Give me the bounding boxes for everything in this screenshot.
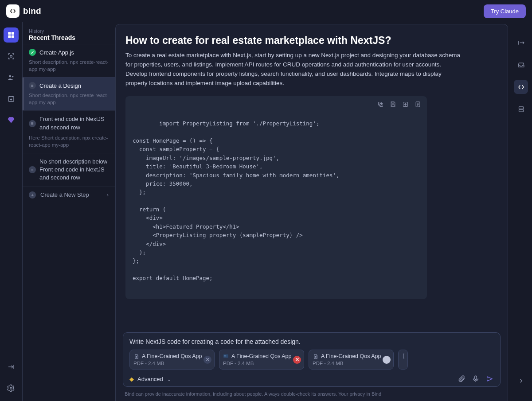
thread-item[interactable]: Front end code in NextJS and second rowH… bbox=[23, 110, 115, 153]
rail-expand-icon[interactable] bbox=[4, 359, 19, 374]
topbar: bind Try Claude bbox=[0, 0, 532, 22]
brand-name: bind bbox=[23, 6, 41, 16]
right-rail bbox=[510, 22, 532, 401]
sidebar-kicker: History bbox=[29, 28, 109, 34]
thread-title-row: Front end code in NextJS and second row bbox=[29, 115, 109, 131]
attachment-chip[interactable]: A Fine-Grained Qos App...PDF•2.4 MB✕ bbox=[219, 350, 304, 370]
thread-desc: Here Short description. npx create-react… bbox=[29, 134, 109, 148]
page-title: How to create for real estate marketplac… bbox=[125, 34, 498, 47]
thread-title-row: Create a Design bbox=[29, 82, 109, 89]
rail-dashboard-icon[interactable] bbox=[4, 27, 19, 43]
chevron-right-icon[interactable] bbox=[514, 374, 528, 388]
diamond-icon: ◆ bbox=[129, 376, 134, 382]
svg-point-6 bbox=[12, 76, 13, 77]
advanced-toggle[interactable]: ◆ Advanced ⌄ bbox=[129, 376, 172, 382]
advanced-label: Advanced bbox=[137, 376, 163, 382]
composer: Write NextJS code for creating a code fo… bbox=[123, 332, 501, 387]
send-button[interactable] bbox=[486, 375, 494, 383]
chip-remove-button[interactable]: ✕ bbox=[293, 356, 301, 364]
mic-icon[interactable] bbox=[472, 375, 480, 383]
note-icon[interactable] bbox=[414, 101, 422, 109]
thread-title: Create a Design bbox=[39, 82, 81, 89]
chip-sub: PDF•2.4 MB bbox=[223, 361, 291, 366]
thread-title: No short description below Front end cod… bbox=[39, 158, 109, 182]
attachment-row: A Fine-Grained Qos Appr ...PDF•2.4 MB✕A … bbox=[129, 350, 494, 370]
left-rail bbox=[0, 22, 22, 401]
send-row bbox=[458, 375, 494, 383]
brand: bind bbox=[6, 4, 41, 18]
sidebar-header: History Recent Threads bbox=[23, 28, 115, 44]
svg-rect-2 bbox=[8, 35, 11, 38]
copy-icon[interactable] bbox=[376, 101, 384, 109]
thread-list: Create App.jsShort description. npx crea… bbox=[23, 44, 115, 203]
inbox-icon[interactable] bbox=[514, 58, 528, 72]
rail-calendar-plus-icon[interactable] bbox=[4, 91, 19, 106]
brand-icon bbox=[6, 4, 20, 18]
collapse-icon[interactable] bbox=[514, 35, 528, 50]
svg-point-8 bbox=[10, 387, 12, 389]
main-panel: How to create for real estate marketplac… bbox=[115, 24, 508, 401]
svg-rect-20 bbox=[519, 109, 523, 112]
svg-rect-16 bbox=[224, 355, 227, 356]
thread-item[interactable]: Create a DesignShort description. npx cr… bbox=[23, 77, 115, 110]
attachment-chip[interactable]: A Fine-Grained Qos Appr ...PDF•2.4 MB bbox=[309, 350, 394, 370]
server-icon[interactable] bbox=[514, 102, 528, 116]
rail-gem-icon[interactable] bbox=[4, 113, 19, 128]
shell: History Recent Threads Create App.jsShor… bbox=[0, 22, 532, 401]
sidebar-title: Recent Threads bbox=[29, 34, 109, 41]
pending-icon bbox=[29, 82, 36, 89]
thread-title: Front end code in NextJS and second row bbox=[39, 115, 109, 131]
svg-rect-3 bbox=[12, 35, 14, 38]
thread-title: Create App.js bbox=[39, 49, 74, 56]
new-step-label: Create a New Step bbox=[40, 191, 89, 198]
svg-rect-17 bbox=[224, 356, 226, 357]
composer-bottom: ◆ Advanced ⌄ bbox=[129, 374, 494, 383]
composer-area: Write NextJS code for creating a code fo… bbox=[116, 328, 508, 389]
check-icon bbox=[29, 49, 36, 56]
plus-icon: + bbox=[29, 191, 36, 199]
code-icon[interactable] bbox=[514, 80, 528, 94]
svg-point-4 bbox=[10, 55, 12, 58]
new-step-row: +Create a New Step› bbox=[29, 191, 109, 199]
disclaimer: Bind can provide inaccurate information,… bbox=[116, 389, 508, 401]
attachment-chip[interactable]: A Fine-Grained Qos Appr ...PDF•2.4 MB✕ bbox=[129, 350, 215, 370]
rail-users-icon[interactable] bbox=[4, 70, 19, 85]
code-toolbar bbox=[376, 101, 422, 109]
rail-focus-icon[interactable] bbox=[4, 49, 19, 64]
create-new-step[interactable]: +Create a New Step› bbox=[23, 187, 115, 203]
pending-icon bbox=[29, 166, 36, 173]
export-icon[interactable] bbox=[401, 101, 409, 109]
sidebar: History Recent Threads Create App.jsShor… bbox=[22, 22, 115, 401]
chip-remove-button[interactable] bbox=[383, 356, 391, 364]
attach-icon[interactable] bbox=[458, 375, 466, 383]
svg-point-5 bbox=[9, 75, 12, 78]
content: How to create for real estate marketplac… bbox=[116, 24, 508, 328]
svg-rect-1 bbox=[12, 32, 14, 35]
page-description: To create a real estate marketplace with… bbox=[125, 51, 462, 88]
save-icon[interactable] bbox=[389, 101, 397, 109]
file-icon bbox=[402, 353, 404, 359]
chip-title: A Fine-Grained Qos Appr ... bbox=[313, 353, 381, 359]
chip-sub: PDF•2.4 MB bbox=[313, 361, 381, 366]
thread-title-row: No short description below Front end cod… bbox=[29, 158, 109, 182]
thread-item[interactable]: Create App.jsShort description. npx crea… bbox=[23, 44, 115, 77]
chip-title: A Fine-Grained Qos Appr ... bbox=[133, 353, 202, 359]
attachment-chip[interactable] bbox=[398, 350, 408, 370]
thread-title-row: Create App.js bbox=[29, 49, 109, 56]
pending-icon bbox=[29, 120, 36, 127]
code-block: import PropertyListing from './PropertyL… bbox=[125, 96, 427, 299]
chip-sub: PDF•2.4 MB bbox=[133, 361, 202, 366]
svg-rect-15 bbox=[224, 355, 226, 355]
svg-rect-18 bbox=[475, 376, 477, 379]
code-text: import PropertyListing from './PropertyL… bbox=[133, 120, 340, 281]
chip-title: A Fine-Grained Qos App... bbox=[223, 353, 291, 359]
try-claude-button[interactable]: Try Claude bbox=[484, 4, 526, 18]
thread-item[interactable]: No short description below Front end cod… bbox=[23, 153, 115, 187]
composer-input[interactable]: Write NextJS code for creating a code fo… bbox=[129, 338, 494, 345]
rail-settings-icon[interactable] bbox=[4, 381, 19, 396]
chip-remove-button[interactable]: ✕ bbox=[203, 356, 211, 364]
chevron-right-icon: › bbox=[107, 191, 109, 198]
thread-desc: Short description. npx create-react-app … bbox=[29, 58, 109, 73]
thread-desc: Short description. npx create-react-app … bbox=[29, 92, 109, 106]
svg-rect-11 bbox=[392, 105, 394, 106]
